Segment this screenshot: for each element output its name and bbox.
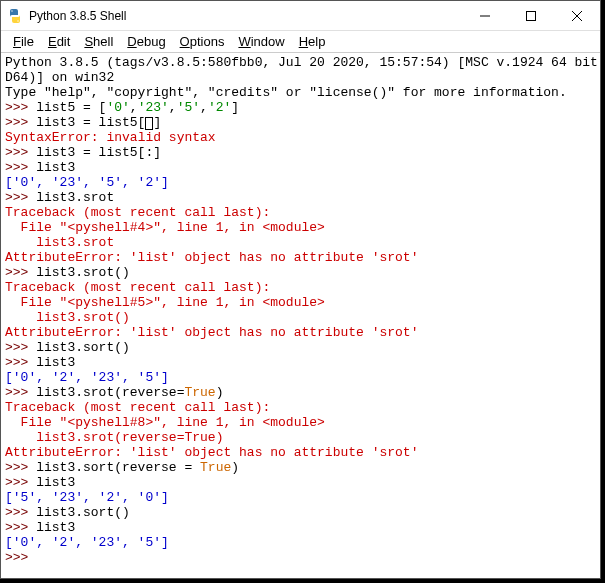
terminal-text: SyntaxError [5, 130, 91, 145]
terminal-text: File "<pyshell#4>", line 1, in <module> [5, 220, 325, 235]
terminal-text: ) [231, 460, 239, 475]
terminal-text: >>> [5, 385, 28, 400]
terminal-line: File "<pyshell#5>", line 1, in <module> [5, 295, 596, 310]
terminal-line: >>> list3 [5, 520, 596, 535]
terminal-line: Traceback (most recent call last): [5, 400, 596, 415]
terminal-text: Traceback (most recent call last): [5, 280, 270, 295]
terminal-line: File "<pyshell#8>", line 1, in <module> [5, 415, 596, 430]
terminal-text: ] [231, 100, 239, 115]
terminal-line: SyntaxError: invalid syntax [5, 130, 596, 145]
terminal-text: ) [216, 385, 224, 400]
menu-file[interactable]: File [7, 32, 40, 51]
terminal-text: list3.srot [5, 235, 114, 250]
terminal-line: File "<pyshell#4>", line 1, in <module> [5, 220, 596, 235]
svg-point-1 [17, 20, 18, 21]
terminal-text: list3.srot() [28, 265, 129, 280]
terminal-text: , [200, 100, 208, 115]
terminal-text: True [184, 385, 215, 400]
terminal-line: >>> list3.sort() [5, 505, 596, 520]
terminal-line: ['5', '23', '2', '0'] [5, 490, 596, 505]
terminal-line: ['0', '23', '5', '2'] [5, 175, 596, 190]
terminal-line: >>> [5, 550, 596, 565]
terminal-text: ['0', '23', '5', '2'] [5, 175, 169, 190]
terminal-text: >>> [5, 505, 28, 520]
terminal-text: >>> [5, 355, 28, 370]
terminal-line: Traceback (most recent call last): [5, 280, 596, 295]
terminal-text: list3.srot() [5, 310, 130, 325]
terminal-line: Type "help", "copyright", "credits" or "… [5, 85, 596, 100]
terminal-text: list3 = list5[:] [28, 145, 161, 160]
terminal-text: >>> [5, 550, 28, 565]
terminal-line: >>> list3 [5, 160, 596, 175]
terminal-text: Python 3.8.5 (tags/v3.8.5:580fbb0, Jul 2… [5, 55, 600, 70]
terminal-text: : 'list' object has no attribute 'srot' [114, 250, 418, 265]
maximize-button[interactable] [508, 1, 554, 30]
terminal-line: >>> list3 = list5[:] [5, 145, 596, 160]
terminal-text: True [200, 460, 231, 475]
terminal-line: >>> list3 [5, 355, 596, 370]
terminal-text: list3 [28, 520, 75, 535]
menu-debug[interactable]: Debug [121, 32, 171, 51]
minimize-button[interactable] [462, 1, 508, 30]
terminal-text: >>> [5, 145, 28, 160]
terminal-line: >>> list3.srot(reverse=True) [5, 385, 596, 400]
menu-shell[interactable]: Shell [78, 32, 119, 51]
terminal-line: >>> list5 = ['0','23','5','2'] [5, 100, 596, 115]
terminal-line: >>> list3.srot() [5, 265, 596, 280]
terminal-text: ] [153, 115, 161, 130]
terminal-text: , [130, 100, 138, 115]
terminal-line: >>> list3.sort(reverse = True) [5, 460, 596, 475]
terminal-text: list3.sort() [28, 505, 129, 520]
terminal-text: AttributeError [5, 445, 114, 460]
terminal-line: >>> list3.sort() [5, 340, 596, 355]
terminal-text [28, 550, 36, 565]
window-controls [462, 1, 600, 30]
terminal-text: list3.sort(reverse = [28, 460, 200, 475]
terminal-text: list3.sort() [28, 340, 129, 355]
terminal-text: : invalid syntax [91, 130, 216, 145]
terminal-text: Traceback (most recent call last): [5, 205, 270, 220]
terminal-text: : 'list' object has no attribute 'srot' [114, 325, 418, 340]
svg-rect-3 [527, 11, 536, 20]
terminal-text: list3.srot [28, 190, 114, 205]
terminal-text: list3 [28, 160, 75, 175]
terminal-text: '5' [177, 100, 200, 115]
terminal-text: : 'list' object has no attribute 'srot' [114, 445, 418, 460]
shell-output[interactable]: Python 3.8.5 (tags/v3.8.5:580fbb0, Jul 2… [1, 53, 600, 578]
terminal-text: list3.srot(reverse=True) [5, 430, 223, 445]
menu-options[interactable]: Options [174, 32, 231, 51]
terminal-text: >>> [5, 475, 28, 490]
terminal-line: Python 3.8.5 (tags/v3.8.5:580fbb0, Jul 2… [5, 55, 596, 70]
titlebar: Python 3.8.5 Shell [1, 1, 600, 31]
app-window: Python 3.8.5 Shell FileEditShellDebugOpt… [0, 0, 601, 579]
terminal-line: list3.srot(reverse=True) [5, 430, 596, 445]
terminal-text: ['5', '23', '2', '0'] [5, 490, 169, 505]
menubar: FileEditShellDebugOptionsWindowHelp [1, 31, 600, 53]
python-icon [7, 8, 23, 24]
terminal-text: list5 = [ [28, 100, 106, 115]
terminal-text: list3 [28, 355, 75, 370]
menu-edit[interactable]: Edit [42, 32, 76, 51]
terminal-text: ['0', '2', '23', '5'] [5, 370, 169, 385]
terminal-line: list3.srot [5, 235, 596, 250]
terminal-line: >>> list3 [5, 475, 596, 490]
terminal-text: >>> [5, 460, 28, 475]
terminal-text: ['0', '2', '23', '5'] [5, 535, 169, 550]
terminal-text: >>> [5, 100, 28, 115]
terminal-text: >>> [5, 520, 28, 535]
terminal-text: Type "help", "copyright", "credits" or "… [5, 85, 567, 100]
menu-help[interactable]: Help [293, 32, 332, 51]
svg-point-0 [11, 10, 12, 11]
terminal-line: Traceback (most recent call last): [5, 205, 596, 220]
terminal-line: D64)] on win32 [5, 70, 596, 85]
terminal-text: AttributeError [5, 250, 114, 265]
terminal-line: ['0', '2', '23', '5'] [5, 535, 596, 550]
terminal-text: '0' [106, 100, 129, 115]
close-button[interactable] [554, 1, 600, 30]
terminal-text: >>> [5, 265, 28, 280]
terminal-text: >>> [5, 160, 28, 175]
terminal-line: ['0', '2', '23', '5'] [5, 370, 596, 385]
terminal-text: list3.srot(reverse= [28, 385, 184, 400]
menu-window[interactable]: Window [232, 32, 290, 51]
terminal-text: '2' [208, 100, 231, 115]
